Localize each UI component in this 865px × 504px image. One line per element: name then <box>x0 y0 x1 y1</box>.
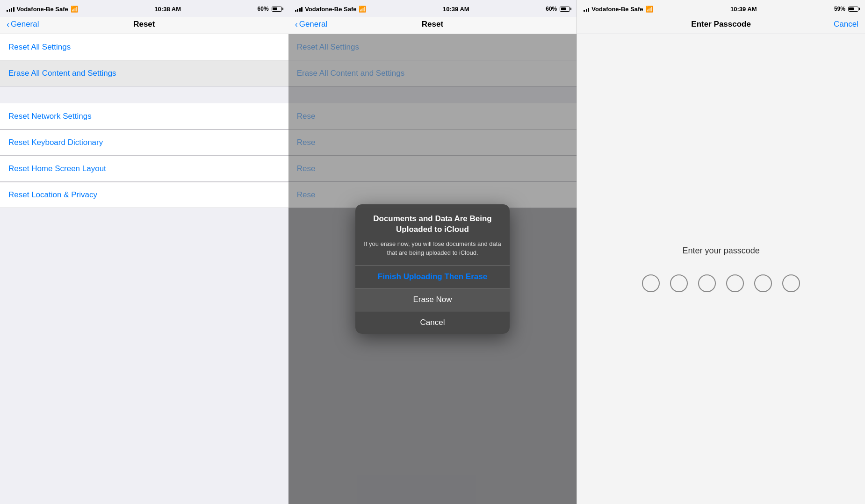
status-right-p2: 60% <box>546 6 570 12</box>
nav-bar-p1: ‹ General Reset <box>0 17 288 34</box>
nav-title-p3: Enter Passcode <box>691 20 751 29</box>
status-bar-panel2: Vodafone-Be Safe 📶 10:39 AM 60% <box>288 0 577 17</box>
battery-pct-p2: 60% <box>546 6 557 12</box>
settings-list-p1: Reset All Settings Erase All Content and… <box>0 34 288 208</box>
passcode-dot-5 <box>754 274 772 292</box>
finish-uploading-button[interactable]: Finish Uploading Then Erase <box>355 266 510 288</box>
back-label-p2: General <box>299 20 327 29</box>
dialog-actions: Finish Uploading Then Erase Erase Now Ca… <box>355 265 510 334</box>
time-p3: 10:39 AM <box>730 6 757 13</box>
back-label-p1: General <box>11 20 39 29</box>
settings-bg-p2: Reset All Settings Erase All Content and… <box>288 34 577 504</box>
passcode-dot-6 <box>782 274 800 292</box>
carrier-p2: Vodafone-Be Safe <box>305 6 356 13</box>
battery-icon-p1 <box>272 7 282 12</box>
passcode-screen: Enter your passcode <box>577 34 865 504</box>
carrier-label: Vodafone-Be Safe <box>17 6 68 13</box>
signal-icon <box>7 6 14 12</box>
icloud-dialog: Documents and Data Are Being Uploaded to… <box>355 204 510 333</box>
status-bar-panel3: Vodafone-Be Safe 📶 10:39 AM 59% <box>577 0 865 17</box>
back-button-p1[interactable]: ‹ General <box>7 20 39 29</box>
panel-enter-passcode: Vodafone-Be Safe 📶 10:39 AM 59% Enter Pa… <box>577 0 865 504</box>
reset-network-cell[interactable]: Reset Network Settings <box>0 103 288 130</box>
back-button-p2[interactable]: ‹ General <box>295 20 327 29</box>
signal-icon-p2 <box>295 6 303 12</box>
passcode-dot-2 <box>670 274 688 292</box>
passcode-dots <box>642 274 800 292</box>
erase-now-button[interactable]: Erase Now <box>355 288 510 311</box>
wifi-icon-p3: 📶 <box>646 6 653 13</box>
time-p2: 10:39 AM <box>443 6 469 13</box>
cancel-passcode-button[interactable]: Cancel <box>834 20 858 29</box>
panel-reset-dialog: Vodafone-Be Safe 📶 10:39 AM 60% ‹ Genera… <box>288 0 577 504</box>
back-chevron-p2: ‹ <box>295 20 298 29</box>
nav-bar-p2: ‹ General Reset <box>288 17 577 34</box>
battery-icon-p3 <box>848 7 858 12</box>
reset-all-settings-cell[interactable]: Reset All Settings <box>0 34 288 60</box>
passcode-dot-1 <box>642 274 660 292</box>
back-chevron-p1: ‹ <box>7 20 9 29</box>
erase-all-cell[interactable]: Erase All Content and Settings <box>0 60 288 86</box>
nav-title-p2: Reset <box>422 20 443 29</box>
passcode-prompt: Enter your passcode <box>683 246 760 256</box>
time-label: 10:38 AM <box>154 6 181 13</box>
dialog-content: Documents and Data Are Being Uploaded to… <box>355 204 510 265</box>
battery-pct-p1: 60% <box>258 6 269 12</box>
wifi-icon: 📶 <box>71 6 78 13</box>
status-left-p3: Vodafone-Be Safe 📶 <box>584 6 653 13</box>
panel-reset-menu: Vodafone-Be Safe 📶 10:38 AM 60% ‹ Genera… <box>0 0 288 504</box>
carrier-p3: Vodafone-Be Safe <box>591 6 643 13</box>
cancel-dialog-button[interactable]: Cancel <box>355 311 510 334</box>
separator-1 <box>0 86 288 103</box>
nav-bar-p3: Enter Passcode Cancel <box>577 17 865 34</box>
passcode-dot-3 <box>698 274 716 292</box>
wifi-icon-p2: 📶 <box>359 6 366 13</box>
dialog-message: If you erase now, you will lose document… <box>363 239 502 258</box>
battery-pct-p3: 59% <box>834 6 845 12</box>
reset-keyboard-cell[interactable]: Reset Keyboard Dictionary <box>0 130 288 156</box>
signal-icon-p3 <box>584 6 589 12</box>
dialog-overlay: Documents and Data Are Being Uploaded to… <box>288 34 577 504</box>
battery-icon-p2 <box>560 7 570 12</box>
dialog-title: Documents and Data Are Being Uploaded to… <box>363 214 502 234</box>
passcode-dot-4 <box>726 274 744 292</box>
settings-bg-p1: Reset All Settings Erase All Content and… <box>0 34 288 504</box>
status-right-p3: 59% <box>834 6 858 12</box>
reset-home-screen-cell[interactable]: Reset Home Screen Layout <box>0 156 288 182</box>
status-left-p2: Vodafone-Be Safe 📶 <box>295 6 367 13</box>
status-left-p1: Vodafone-Be Safe 📶 <box>7 6 78 13</box>
nav-title-p1: Reset <box>133 20 155 29</box>
status-right-p1: 60% <box>258 6 282 12</box>
status-bar-panel1: Vodafone-Be Safe 📶 10:38 AM 60% <box>0 0 288 17</box>
reset-location-cell[interactable]: Reset Location & Privacy <box>0 182 288 208</box>
